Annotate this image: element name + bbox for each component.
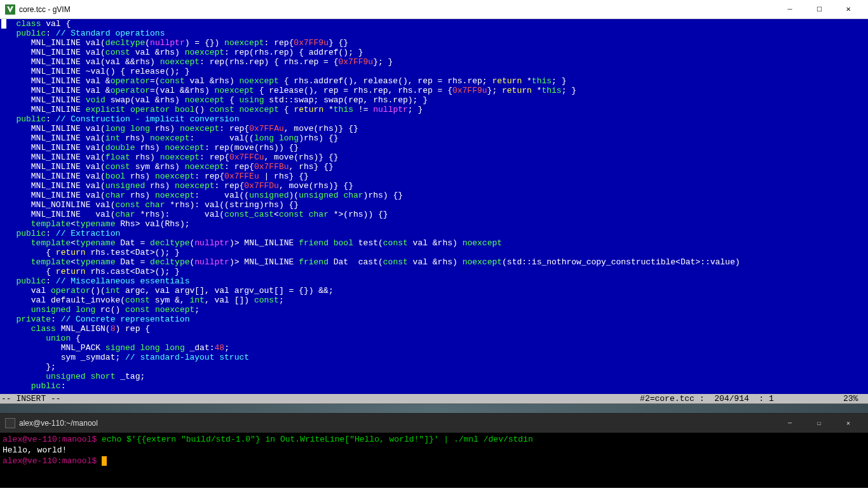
code-line: MNL_INLINE val(int rhs) noexcept: val((l…	[0, 133, 868, 143]
code-line: MNL_INLINE val(decltype(nullptr) = {}) n…	[0, 38, 868, 48]
terminal-command: echo $'{{extern "build/std-1.0"} in Out.…	[102, 435, 533, 444]
code-line: unsigned long rc() const noexcept;	[0, 305, 868, 315]
vim-mode: -- INSERT --	[0, 394, 61, 403]
gvim-titlebar: core.tcc - gVIM ─ ☐ ✕	[0, 0, 868, 19]
code-line: { return rhs.cast<Dat>(); }	[0, 267, 868, 276]
terminal-body[interactable]: alex@ve-110:manool$ echo $'{{extern "bui…	[0, 433, 868, 487]
code-line: };	[0, 362, 868, 372]
code-line: union {	[0, 334, 868, 343]
code-line: class MNL_ALIGN(8) rep {	[0, 324, 868, 334]
terminal-app-icon	[5, 418, 15, 428]
code-line: MNL_INLINE val &operator=(const val &rhs…	[0, 76, 868, 86]
editor-cursor	[1, 19, 6, 29]
code-line: template<typename Dat = decltype(nullptr…	[0, 257, 868, 267]
code-line: MNL_INLINE val(const val &rhs) noexcept:…	[0, 48, 868, 57]
code-line: MNL_INLINE val(char *rhs): val(const_cas…	[0, 210, 868, 219]
code-line: public: // Construction - implicit conve…	[0, 114, 868, 124]
code-line: val operator()(int argc, val argv[], val…	[0, 286, 868, 295]
code-line: public:	[0, 381, 868, 391]
gvim-window-title: core.tcc - gVIM	[19, 5, 775, 14]
gvim-statusbar: -- INSERT -- #2=core.tcc : 204/914 : 1 2…	[0, 394, 868, 403]
prompt-host-2: alex@ve-110:	[3, 456, 62, 466]
terminal-window-controls: ─ ☐ ✕	[775, 414, 863, 433]
code-line: unsigned short _tag;	[0, 372, 868, 381]
gvim-window-controls: ─ ☐ ✕	[775, 0, 863, 19]
status-column: : 1	[759, 394, 773, 403]
prompt-path-2: manool	[62, 456, 92, 466]
code-line: MNL_INLINE val(val &&rhs) noexcept: rep(…	[0, 57, 868, 67]
terminal-titlebar: alex@ve-110:~/manool ─ ☐ ✕	[0, 414, 868, 433]
code-line: sym _symdat; // standard-layout struct	[0, 353, 868, 362]
code-line: MNL_PACK signed long long _dat:48;	[0, 343, 868, 353]
code-line: MNL_INLINE void swap(val &rhs) noexcept …	[0, 95, 868, 105]
code-line: private: // Concrete representation	[0, 315, 868, 324]
code-line: MNL_INLINE val(bool rhs) noexcept: rep{0…	[0, 172, 868, 181]
code-line: public: // Extraction	[0, 229, 868, 238]
terminal-close-button[interactable]: ✕	[834, 414, 863, 433]
prompt-dollar-2: $	[92, 456, 97, 466]
gvim-editor-buffer[interactable]: class val { public: // Standard operatio…	[0, 19, 868, 394]
code-line: template<typename Dat = decltype(nullptr…	[0, 238, 868, 248]
code-line: MNL_INLINE ~val() { release(); }	[0, 67, 868, 76]
desktop-gap	[0, 403, 868, 414]
code-line: MNL_INLINE val(unsigned rhs) noexcept: r…	[0, 181, 868, 191]
code-line: MNL_INLINE val(const sym &rhs) noexcept:…	[0, 162, 868, 172]
code-line: MNL_INLINE val &operator=(val &&rhs) noe…	[0, 86, 868, 95]
terminal-output: Hello, world!	[3, 445, 865, 456]
terminal-line-1: alex@ve-110:manool$ echo $'{{extern "bui…	[3, 434, 865, 445]
code-line: { return rhs.test<Dat>(); }	[0, 248, 868, 257]
minimize-button[interactable]: ─	[775, 0, 804, 19]
maximize-button[interactable]: ☐	[804, 0, 834, 19]
code-line: MNL_INLINE val(double rhs) noexcept: rep…	[0, 143, 868, 152]
code-line: MNL_INLINE val(char rhs) noexcept: val((…	[0, 191, 868, 200]
gvim-app-icon	[5, 4, 15, 15]
code-line: public: // Miscellaneous essentials	[0, 276, 868, 286]
close-button[interactable]: ✕	[834, 0, 863, 19]
prompt-path: manool	[62, 435, 92, 444]
status-filename: #2=core.tcc :	[640, 394, 704, 403]
code-line: val default_invoke(const sym &, int, val…	[0, 295, 868, 305]
prompt-host: alex@ve-110:	[3, 435, 62, 444]
code-line: MNL_INLINE val(float rhs) noexcept: rep{…	[0, 152, 868, 162]
terminal-line-3: alex@ve-110:manool$	[3, 456, 865, 466]
code-line: class val {	[0, 19, 868, 29]
code-line: MNL_INLINE val(long long rhs) noexcept: …	[0, 124, 868, 133]
code-line: MNL_INLINE explicit operator bool() cons…	[0, 105, 868, 114]
code-line: MNL_NOINLINE val(const char *rhs): val((…	[0, 200, 868, 210]
terminal-cursor	[102, 456, 107, 466]
status-line-count: 204/914	[714, 394, 749, 403]
code-line: template<typename Rhs> val(Rhs);	[0, 219, 868, 229]
terminal-minimize-button[interactable]: ─	[775, 414, 804, 433]
terminal-maximize-button[interactable]: ☐	[804, 414, 834, 433]
code-line: public: // Standard operations	[0, 29, 868, 38]
status-percent: 23%	[843, 394, 858, 403]
terminal-window-title: alex@ve-110:~/manool	[19, 419, 775, 428]
prompt-dollar: $	[92, 435, 97, 444]
